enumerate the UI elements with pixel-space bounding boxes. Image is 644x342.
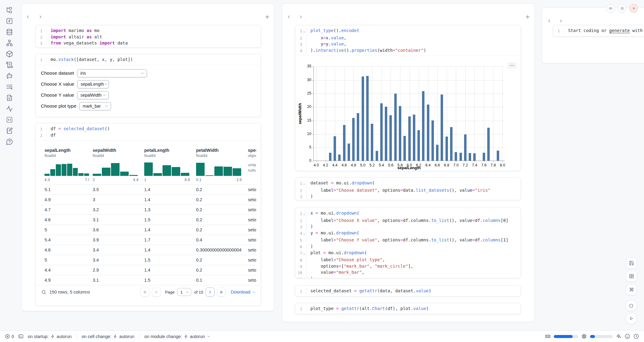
fold-chevron-icon[interactable]: ∨ bbox=[302, 230, 306, 237]
sidebar-data-sources-button[interactable] bbox=[5, 28, 13, 36]
generate-link[interactable]: generate bbox=[609, 28, 630, 33]
x-tick bbox=[381, 161, 382, 162]
column-header-petalLength[interactable]: petalLengthfloat6416.9 bbox=[141, 145, 192, 184]
column-header-sepalLength[interactable]: sepalLengthfloat644.37.9 bbox=[41, 145, 89, 184]
fold-chevron-icon[interactable]: ∨ bbox=[302, 28, 306, 35]
grid-layout-button[interactable] bbox=[626, 271, 637, 282]
table-cell: 0.2 bbox=[192, 207, 244, 212]
sidebar-logs-button[interactable] bbox=[5, 61, 13, 69]
range-min: 1 bbox=[144, 178, 146, 182]
column-1-move-right-button[interactable] bbox=[36, 13, 44, 21]
run-all-button[interactable] bbox=[625, 313, 637, 324]
notebook-menu-button[interactable] bbox=[606, 4, 615, 12]
sidebar-variables-button[interactable] bbox=[5, 17, 13, 25]
range-min: 0.1 bbox=[196, 178, 201, 182]
histogram-bar bbox=[129, 175, 138, 176]
terminal-button[interactable] bbox=[18, 334, 23, 339]
fold-chevron-icon[interactable]: ∨ bbox=[302, 210, 306, 218]
column-1-add-cell-button[interactable] bbox=[263, 13, 271, 21]
chevron-down-icon bbox=[141, 71, 144, 75]
on-module-change-setting[interactable]: on module change: autorun bbox=[145, 334, 211, 339]
keyboard-shortcuts-button[interactable]: ⌘ bbox=[626, 284, 637, 295]
cell-plot-editor[interactable]: 1∨plot_type().encode(2 x=x.value,3 y=y.v… bbox=[295, 25, 521, 55]
table-search-icon[interactable] bbox=[41, 290, 46, 295]
on-startup-label: on startup: bbox=[28, 334, 49, 339]
table-cell: 4.4 bbox=[41, 268, 89, 273]
ai-cell-editor[interactable]: Start coding or generate with AI bbox=[564, 28, 644, 34]
settings-button[interactable] bbox=[618, 4, 626, 12]
ai-sparkles-icon[interactable] bbox=[616, 333, 621, 339]
cell-xy-editor[interactable]: 1∨x = mo.ui.dropdown(2 label="Choose X v… bbox=[295, 208, 521, 278]
code-line: 10 value="mark_bar", bbox=[295, 269, 521, 276]
column-header-species[interactable]: speciesobjectunique:nulls: bbox=[244, 145, 256, 184]
chart-bar bbox=[441, 94, 443, 161]
chart-actions-button[interactable] bbox=[507, 62, 517, 68]
help-icon bbox=[6, 138, 13, 145]
sidebar-documentation-button[interactable] bbox=[5, 94, 13, 102]
prev-page-button[interactable] bbox=[152, 287, 161, 297]
cell-vstack-editor[interactable]: 1mo.vstack([dataset, x, y, plot]) bbox=[36, 54, 261, 65]
column-histogram bbox=[45, 162, 89, 176]
on-cell-change-setting[interactable]: on cell change: autorun bbox=[82, 334, 134, 339]
runtime-clock-icon[interactable] bbox=[633, 333, 639, 339]
memory-usage-meter[interactable] bbox=[554, 335, 578, 338]
cell-dataset-editor[interactable]: 1∨dataset = mo.ui.dropdown(2 label="Choo… bbox=[295, 178, 521, 200]
last-page-button[interactable] bbox=[217, 287, 226, 297]
column-header-petalWidth[interactable]: petalWidthfloat640.12.5 bbox=[192, 145, 244, 184]
chev-down-icon bbox=[252, 290, 256, 294]
table-cell: 1.4 bbox=[141, 227, 192, 232]
code-text: options=["mark_bar", "mark_circle"], bbox=[306, 263, 521, 270]
choose-dataset-select[interactable]: iris bbox=[77, 69, 147, 77]
x-tick bbox=[456, 161, 456, 162]
chev-right-icon bbox=[208, 290, 212, 294]
page-select[interactable]: 1 bbox=[177, 288, 191, 296]
column-3-collapse-left-button[interactable] bbox=[545, 17, 553, 25]
token: interactive bbox=[316, 48, 344, 53]
next-page-button[interactable] bbox=[206, 287, 215, 297]
sidebar-dependency-graph-button[interactable] bbox=[5, 39, 13, 47]
choose-plot-type-select[interactable]: mark_bar bbox=[79, 102, 111, 110]
sidebar-outline-search-button[interactable] bbox=[5, 83, 13, 91]
line-number: 1 bbox=[36, 28, 42, 34]
choose-y-value-select[interactable]: sepalWidth bbox=[77, 91, 109, 99]
fold-chevron-icon[interactable]: ∨ bbox=[302, 180, 306, 187]
line-number: 4 bbox=[295, 230, 302, 237]
chart-plot-area: 051015202530354.04.24.44.64.85.05.25.45.… bbox=[313, 66, 505, 161]
column-3-move-right-button[interactable] bbox=[557, 17, 565, 25]
on-startup-setting[interactable]: on startup: autorun bbox=[28, 334, 72, 339]
marimo-mascot-icon[interactable] bbox=[624, 333, 630, 339]
code-line: 1mo.vstack([dataset, x, y, plot]) bbox=[36, 57, 261, 63]
code-line: 9 options=["mark_bar", "mark_circle"], bbox=[295, 263, 521, 270]
cpu-usage-meter[interactable] bbox=[590, 335, 613, 338]
sidebar-help-button[interactable] bbox=[5, 138, 13, 146]
cell-selected-editor[interactable]: 1selected_dataset = getattr(data, datase… bbox=[295, 286, 521, 296]
fold-chevron-icon[interactable]: ∨ bbox=[302, 250, 306, 257]
chart-bar bbox=[483, 153, 485, 161]
token: (). bbox=[334, 28, 341, 33]
app-view-button[interactable] bbox=[625, 300, 637, 312]
shutdown-button[interactable] bbox=[629, 4, 638, 12]
altair-chart[interactable]: sepalWidth 051015202530354.04.24.44.64.8… bbox=[295, 56, 521, 171]
sidebar-scratchpad-button[interactable] bbox=[5, 127, 13, 135]
column-2-move-right-button[interactable] bbox=[297, 13, 305, 21]
column-2-add-cell-button[interactable] bbox=[524, 13, 531, 21]
download-button[interactable]: Download bbox=[231, 290, 256, 294]
choose-x-value-select[interactable]: sepalLength bbox=[77, 80, 109, 88]
cell-plot-type-editor[interactable]: 1plot_type = getattr(alt.Chart(df), plot… bbox=[295, 303, 521, 314]
cell-imports-editor[interactable]: 1import marimo as mo2import altair as al… bbox=[36, 25, 261, 48]
sidebar-packages-button[interactable] bbox=[5, 50, 13, 58]
code-text: label="Choose Y value", options=df.colum… bbox=[306, 237, 521, 244]
sidebar-ai-chat-button[interactable] bbox=[5, 72, 13, 80]
chev-left-icon bbox=[154, 290, 159, 294]
save-button[interactable] bbox=[626, 258, 637, 269]
column-header-sepalWidth[interactable]: sepalWidthfloat6424.4 bbox=[89, 145, 141, 184]
cell-dataframe-editor[interactable]: 1df = selected_dataset()2df bbox=[36, 123, 261, 140]
sidebar-snippets-button[interactable] bbox=[5, 116, 13, 124]
error-panel-button[interactable]: 0 bbox=[5, 334, 14, 339]
sidebar-file-explorer-button[interactable] bbox=[5, 6, 13, 14]
token: options bbox=[310, 264, 339, 269]
column-2-collapse-left-button[interactable] bbox=[285, 13, 293, 21]
first-page-button[interactable] bbox=[141, 287, 150, 297]
sidebar-tracing-button[interactable] bbox=[5, 105, 13, 113]
column-1-collapse-left-button[interactable] bbox=[24, 13, 32, 21]
